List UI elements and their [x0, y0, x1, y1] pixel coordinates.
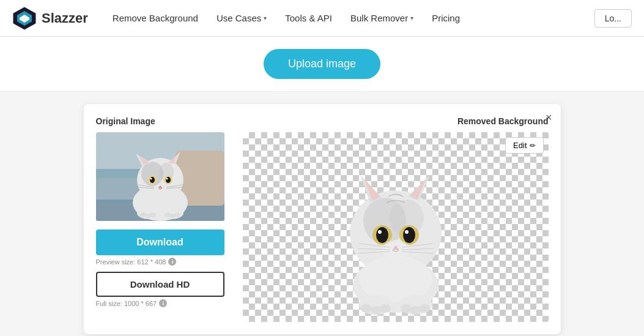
original-title: Original Image [96, 116, 231, 126]
pencil-icon: ✏ [530, 141, 536, 150]
nav-remove-bg[interactable]: Remove Background [113, 13, 198, 23]
nav-pricing[interactable]: Pricing [432, 13, 460, 23]
header: Slazzer Remove Background Use Cases ▾ To… [0, 0, 644, 37]
svg-point-19 [150, 177, 155, 183]
svg-point-66 [419, 304, 430, 313]
nav-tools-api[interactable]: Tools & API [285, 13, 332, 23]
svg-point-32 [150, 212, 156, 217]
result-card: × Original Image [84, 104, 561, 334]
svg-point-35 [174, 212, 180, 217]
svg-point-46 [376, 227, 388, 243]
logo-icon [12, 6, 37, 31]
login-button[interactable]: Lo... [594, 9, 632, 28]
svg-point-48 [378, 230, 382, 234]
svg-point-22 [166, 178, 168, 180]
bulk-remover-chevron: ▾ [410, 15, 413, 21]
original-column: Original Image [96, 116, 231, 322]
full-size: Full size: 1000 * 667 i [96, 299, 231, 307]
logo-text: Slazzer [42, 10, 88, 26]
svg-point-63 [380, 304, 391, 313]
main-content: × Original Image [0, 92, 644, 336]
logo-area[interactable]: Slazzer [12, 6, 88, 31]
svg-point-21 [150, 178, 152, 180]
nav-bulk-remover[interactable]: Bulk Remover ▾ [350, 13, 413, 23]
download-button[interactable]: Download [96, 230, 224, 255]
upload-section: Upload image [0, 37, 644, 92]
svg-point-47 [403, 227, 415, 243]
removed-bg-title: Removed Background [457, 116, 549, 126]
full-size-info-icon[interactable]: i [159, 299, 167, 307]
svg-point-65 [410, 306, 421, 315]
preview-info-icon[interactable]: i [168, 258, 176, 266]
main-nav: Remove Background Use Cases ▾ Tools & AP… [113, 13, 594, 23]
svg-point-49 [405, 230, 409, 234]
preview-size: Preview size: 612 * 408 i [96, 258, 231, 266]
result-column: Removed Background [243, 116, 549, 322]
edit-button[interactable]: Edit ✏ [505, 137, 543, 154]
removed-cat-svg [316, 138, 475, 322]
svg-point-58 [359, 256, 432, 302]
nav-use-cases[interactable]: Use Cases ▾ [217, 13, 267, 23]
svg-point-61 [361, 304, 372, 313]
svg-point-64 [401, 304, 412, 313]
svg-point-62 [371, 306, 382, 315]
upload-image-button[interactable]: Upload image [264, 49, 380, 79]
download-hd-button[interactable]: Download HD [96, 272, 224, 297]
card-columns: Original Image [96, 116, 549, 322]
use-cases-chevron: ▾ [264, 15, 267, 21]
original-cat-svg [96, 132, 224, 221]
original-image [96, 132, 224, 221]
svg-point-20 [166, 177, 171, 183]
removed-bg-container [243, 132, 549, 322]
